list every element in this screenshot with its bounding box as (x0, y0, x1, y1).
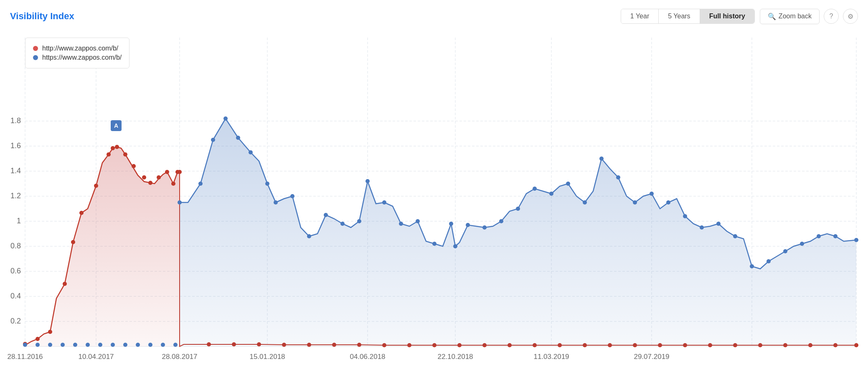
svg-point-99 (178, 200, 182, 205)
search-icon: 🔍 (768, 13, 776, 20)
svg-point-110 (340, 222, 345, 226)
svg-point-44 (79, 211, 84, 215)
svg-point-142 (854, 238, 858, 242)
annotation-a: A (111, 120, 122, 131)
svg-point-124 (549, 192, 553, 196)
svg-point-108 (307, 234, 311, 238)
svg-point-92 (111, 343, 115, 347)
svg-point-130 (650, 192, 654, 196)
chart-container: Visibility Index 1 Year 5 Years Full his… (0, 0, 868, 374)
svg-point-140 (817, 234, 821, 238)
svg-point-40 (36, 337, 40, 341)
svg-point-141 (833, 234, 838, 238)
svg-point-119 (466, 223, 470, 227)
svg-point-54 (165, 170, 169, 174)
svg-point-122 (516, 207, 520, 211)
svg-point-107 (290, 194, 294, 198)
legend-dot-red (33, 46, 38, 51)
settings-button[interactable]: ⚙ (843, 9, 858, 24)
svg-point-42 (63, 282, 67, 286)
svg-point-126 (583, 200, 587, 205)
legend: http://www.zappos.com/b/ https://www.zap… (25, 38, 129, 68)
svg-point-97 (173, 343, 178, 347)
svg-point-133 (700, 225, 704, 230)
svg-point-86 (36, 343, 40, 347)
svg-text:1.2: 1.2 (10, 192, 21, 200)
svg-point-115 (416, 219, 420, 223)
svg-text:15.01.2018: 15.01.2018 (249, 353, 285, 361)
svg-text:0.4: 0.4 (10, 292, 21, 300)
svg-text:0.8: 0.8 (10, 242, 21, 250)
svg-point-51 (142, 175, 146, 179)
svg-point-43 (71, 240, 75, 244)
legend-dot-blue (33, 55, 38, 60)
svg-text:1: 1 (17, 217, 21, 225)
svg-point-135 (733, 234, 737, 238)
svg-text:1.6: 1.6 (10, 142, 21, 150)
svg-point-111 (357, 219, 361, 223)
svg-point-138 (783, 249, 787, 253)
svg-point-49 (123, 152, 127, 157)
svg-point-104 (265, 182, 269, 186)
svg-point-112 (365, 179, 370, 183)
svg-point-94 (136, 343, 140, 347)
svg-point-129 (633, 200, 637, 205)
svg-text:10.04.2017: 10.04.2017 (78, 353, 114, 361)
controls: 1 Year 5 Years Full history 🔍 Zoom back … (621, 9, 858, 24)
chart-title: Visibility Index (10, 11, 74, 22)
svg-text:0.2: 0.2 (10, 317, 21, 325)
svg-point-109 (324, 213, 328, 217)
svg-point-53 (157, 175, 161, 179)
legend-label-https: https://www.zappos.com/b/ (42, 54, 122, 61)
svg-point-89 (73, 343, 77, 347)
fullhistory-button[interactable]: Full history (700, 9, 754, 23)
svg-point-100 (211, 138, 215, 142)
svg-point-137 (766, 259, 771, 263)
svg-point-91 (98, 343, 102, 347)
legend-label-http: http://www.zappos.com/b/ (42, 45, 118, 52)
svg-point-87 (48, 343, 52, 347)
zoom-back-label: Zoom back (779, 13, 812, 20)
svg-point-117 (449, 222, 453, 226)
svg-point-123 (533, 187, 537, 191)
1year-button[interactable]: 1 Year (621, 9, 658, 23)
svg-point-95 (148, 343, 152, 347)
svg-point-85 (23, 343, 27, 347)
help-button[interactable]: ? (824, 9, 839, 24)
svg-point-128 (616, 175, 620, 179)
svg-point-90 (86, 343, 90, 347)
svg-point-116 (432, 242, 437, 246)
svg-point-125 (566, 182, 570, 186)
svg-text:04.06.2018: 04.06.2018 (350, 353, 385, 361)
svg-point-88 (61, 343, 65, 347)
5years-button[interactable]: 5 Years (658, 9, 699, 23)
svg-point-118 (453, 244, 457, 248)
svg-point-139 (800, 242, 804, 246)
svg-text:11.03.2019: 11.03.2019 (533, 353, 569, 361)
svg-point-136 (750, 264, 754, 268)
svg-text:29.07.2019: 29.07.2019 (634, 353, 669, 361)
header: Visibility Index 1 Year 5 Years Full his… (0, 0, 868, 29)
svg-text:0.6: 0.6 (10, 267, 21, 275)
svg-point-114 (399, 222, 403, 226)
svg-point-55 (171, 182, 175, 186)
svg-text:1.8: 1.8 (10, 116, 21, 125)
svg-point-46 (107, 152, 111, 157)
svg-point-103 (249, 150, 253, 154)
svg-point-50 (132, 164, 136, 168)
svg-point-47 (111, 146, 115, 150)
zoom-back-button[interactable]: 🔍 Zoom back (760, 9, 820, 24)
svg-point-96 (161, 343, 165, 347)
svg-point-45 (94, 184, 98, 188)
svg-point-93 (123, 343, 127, 347)
svg-point-101 (223, 116, 228, 121)
visibility-chart: 1.8 1.6 1.4 1.2 1 0.8 0.6 0.4 0.2 28.11.… (0, 29, 868, 374)
svg-text:22.10.2018: 22.10.2018 (437, 353, 473, 361)
svg-point-120 (482, 225, 487, 230)
svg-point-134 (716, 222, 721, 226)
svg-point-106 (274, 200, 278, 205)
chart-area: http://www.zappos.com/b/ https://www.zap… (0, 29, 868, 374)
svg-text:28.11.2016: 28.11.2016 (7, 353, 43, 361)
time-range-buttons: 1 Year 5 Years Full history (621, 9, 755, 24)
svg-text:1.4: 1.4 (10, 167, 21, 175)
